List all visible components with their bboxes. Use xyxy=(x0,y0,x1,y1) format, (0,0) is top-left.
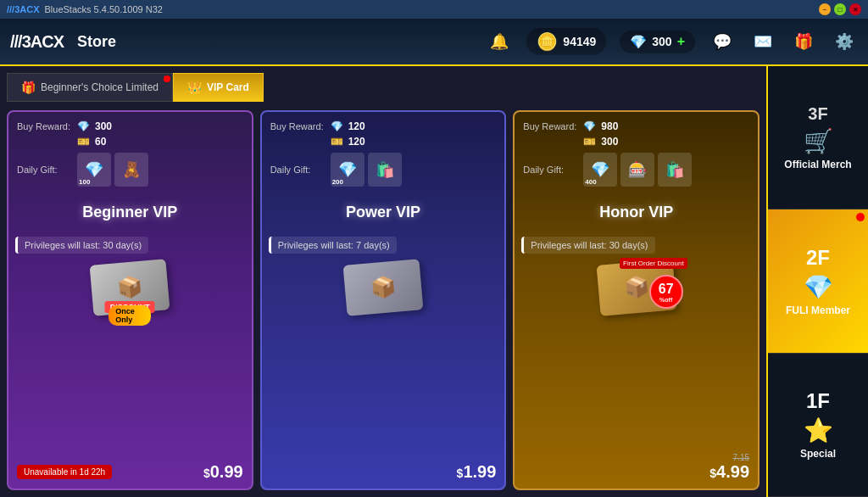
floor-2f-label: FULI Member xyxy=(786,304,850,316)
honor-price-value: 4.99 xyxy=(716,462,749,481)
tab-beginners-choice[interactable]: 🎁 Beginner's Choice Limited xyxy=(7,73,173,102)
honor-diamond-count: 400 xyxy=(585,178,596,186)
floor-2f-num: 2F xyxy=(806,246,830,270)
coin-icon: 🪙 xyxy=(537,31,558,52)
power-diamond-count: 200 xyxy=(332,178,343,186)
tabs-row: 🎁 Beginner's Choice Limited 👑 VIP Card xyxy=(7,73,760,102)
beginner-image-area: 📦 DISCOUNT Once Only xyxy=(15,254,245,321)
close-button[interactable]: ✕ xyxy=(849,3,861,15)
beginner-vip-card[interactable]: Buy Reward: 💎 300 🎫 60 Daily Gift: 💎 xyxy=(7,110,253,490)
tab-vip-label: VIP Card xyxy=(207,81,249,93)
honor-daily-label: Daily Gift: xyxy=(523,165,578,175)
honor-rewards: Buy Reward: 💎 980 🎫 300 Daily Gift: � xyxy=(515,112,758,195)
power-vip-card[interactable]: Buy Reward: 💎 120 🎫 120 Daily Gift: � xyxy=(260,110,507,490)
floor-3f-num: 3F xyxy=(808,104,827,124)
power-rewards: Buy Reward: 💎 120 🎫 120 Daily Gift: � xyxy=(262,112,505,195)
tab-beginners-label: Beginner's Choice Limited xyxy=(41,81,159,93)
power-card-body: Privileges will last: 7 day(s) 📦 xyxy=(262,230,505,455)
merch-icon: 🛒 xyxy=(804,127,833,155)
currency-display: 🪙 94149 xyxy=(526,28,606,55)
honor-title-bar: Honor VIP xyxy=(515,195,758,230)
honor-buy-diamond-value: 980 xyxy=(601,120,618,132)
discount-circle: 67 %off xyxy=(649,275,683,309)
power-package: 📦 xyxy=(341,258,426,317)
store-title: Store xyxy=(77,33,472,51)
honor-privileges-duration: Privileges will last: 30 day(s) xyxy=(521,237,654,254)
honor-vip-card[interactable]: Buy Reward: 💎 980 🎫 300 Daily Gift: � xyxy=(513,110,760,490)
power-package-box: 📦 xyxy=(343,259,424,316)
beginner-card-body: Privileges will last: 30 day(s) 📦 DISCOU… xyxy=(8,230,252,455)
discount-number: 67 xyxy=(659,282,674,297)
buy-reward-ticket-value: 60 xyxy=(95,136,106,148)
floor-1f-num: 1F xyxy=(806,389,830,413)
power-daily-row: Daily Gift: 💎 200 🛍️ xyxy=(270,153,497,187)
floor-1f[interactable]: 1F ⭐ Special xyxy=(768,354,868,497)
coin-value: 94149 xyxy=(563,35,596,48)
floor-sidebar: 3F 🛒 Official Merch 2F 💎 FULI Member 1F … xyxy=(766,66,868,497)
main-area: 🎁 Beginner's Choice Limited 👑 VIP Card B… xyxy=(0,66,868,497)
gift-box: 💎 100 🧸 xyxy=(77,153,148,187)
diamond-icon-small: 💎 xyxy=(77,120,90,132)
honor-diamond-icon: 💎 xyxy=(583,120,596,132)
app-title: BlueStacks 5.4.50.1009 N32 xyxy=(45,4,814,14)
brand-logo: ///3ACX xyxy=(10,32,64,52)
power-privileges-duration: Privileges will last: 7 day(s) xyxy=(269,237,397,254)
cards-container: Buy Reward: 💎 300 🎫 60 Daily Gift: 💎 xyxy=(7,110,760,490)
mail-icon[interactable]: ✉️ xyxy=(749,28,776,55)
first-order-badge: First Order Discount xyxy=(620,258,687,269)
power-vip-title: Power VIP xyxy=(346,204,420,221)
honor-ticket-icon: 🎫 xyxy=(583,136,596,148)
diamond-floor-icon: 💎 xyxy=(804,273,833,301)
window-controls: − □ ✕ xyxy=(819,3,861,15)
minimize-button[interactable]: − xyxy=(819,3,831,15)
power-buy-reward-row: Buy Reward: 💎 120 xyxy=(270,120,497,132)
power-image-area: 📦 xyxy=(269,254,498,321)
tab-notification-dot xyxy=(164,75,170,82)
settings-icon[interactable]: ⚙️ xyxy=(831,28,858,55)
app-logo: ///3ACX xyxy=(7,4,40,14)
floor-1f-label: Special xyxy=(800,448,836,460)
power-title-bar: Power VIP xyxy=(262,195,505,230)
beginner-title-bar: Beginner VIP xyxy=(8,195,252,230)
floor-2f[interactable]: 2F 💎 FULI Member xyxy=(768,209,868,353)
buy-reward-ticket-row: 🎫 60 xyxy=(17,136,243,148)
diamond-display: 💎 300 + xyxy=(620,31,695,53)
honor-package: 📦 67 %off First Order Discount xyxy=(586,258,687,317)
store-area: 🎁 Beginner's Choice Limited 👑 VIP Card B… xyxy=(0,66,766,497)
bell-icon[interactable]: 🔔 xyxy=(486,28,513,55)
gift-tab-icon: 🎁 xyxy=(21,81,36,94)
power-daily-label: Daily Gift: xyxy=(270,165,326,175)
maximize-button[interactable]: □ xyxy=(834,3,846,15)
daily-gift-row: Daily Gift: 💎 100 🧸 xyxy=(17,153,243,187)
diamond-value: 300 xyxy=(652,35,671,48)
diamond-gift-count: 100 xyxy=(79,178,90,186)
honor-card-body: Privileges will last: 30 day(s) 📦 67 %of… xyxy=(515,230,758,446)
diamond-icon: 💎 xyxy=(630,34,647,50)
add-diamond-button[interactable]: + xyxy=(677,34,685,49)
honor-diamond-gift: 💎 400 xyxy=(583,153,617,187)
power-diamond-icon: 💎 xyxy=(331,120,343,132)
power-ticket-value: 120 xyxy=(348,136,365,148)
power-ticket-row: 🎫 120 xyxy=(270,136,497,148)
honor-vip-title: Honor VIP xyxy=(599,204,673,221)
beginner-vip-title: Beginner VIP xyxy=(82,204,177,221)
character-gift-item: 🧸 xyxy=(114,153,148,187)
power-bag-gift: 🛍️ xyxy=(368,153,402,187)
vip-tab-icon: 👑 xyxy=(187,81,202,94)
beginner-price: $0.99 xyxy=(203,462,243,482)
gift-icon[interactable]: 🎁 xyxy=(790,28,817,55)
honor-bag-gift: 🛍️ xyxy=(658,153,692,187)
power-buy-diamond-value: 120 xyxy=(348,120,365,132)
honor-buy-reward-row: Buy Reward: 💎 980 xyxy=(523,120,749,132)
chat-icon[interactable]: 💬 xyxy=(709,28,736,55)
floor-3f[interactable]: 3F 🛒 Official Merch xyxy=(768,66,868,209)
buy-reward-diamond-value: 300 xyxy=(95,120,112,132)
power-diamond-gift: 💎 200 xyxy=(331,153,364,187)
dollar-sign: $ xyxy=(203,466,210,480)
tab-vip-card[interactable]: 👑 VIP Card xyxy=(173,73,264,102)
diamond-gift-item: 💎 100 xyxy=(77,153,111,187)
power-price: $1.99 xyxy=(457,462,497,482)
power-gift-box: 💎 200 🛍️ xyxy=(331,153,402,187)
ticket-icon: 🎫 xyxy=(77,136,90,148)
special-icon: ⭐ xyxy=(804,416,833,444)
